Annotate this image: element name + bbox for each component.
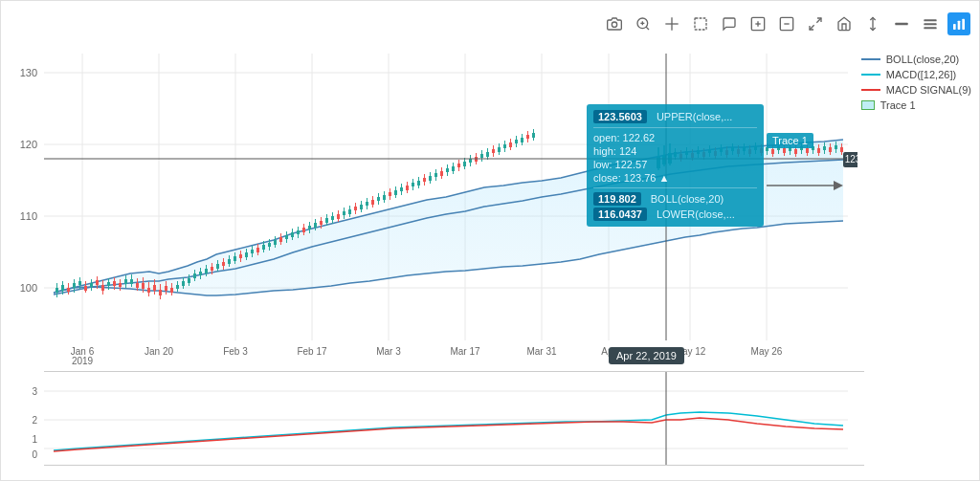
svg-text:123.76: 123.76: [845, 154, 858, 164]
tooltip-lower-row: 116.0437 LOWER(close,...: [593, 207, 757, 222]
tooltip-upper-row: 123.5603 UPPER(close,...: [593, 109, 757, 124]
tooltip-low: low: 122.57: [593, 158, 757, 171]
select-button[interactable]: [689, 12, 712, 35]
tooltip-panel: 123.5603 UPPER(close,... open: 122.62 hi…: [587, 104, 764, 227]
svg-rect-16: [895, 23, 907, 26]
zoom-button[interactable]: [632, 12, 655, 35]
svg-text:Mar 3: Mar 3: [376, 346, 401, 357]
svg-text:0: 0: [32, 449, 37, 460]
legend-line-signal: [861, 89, 880, 91]
zoom-out-button[interactable]: [775, 12, 798, 35]
hover-closest-button[interactable]: [890, 12, 913, 35]
tooltip-close: close: 123.76 ▲: [593, 171, 757, 185]
tooltip-divider: [593, 127, 757, 128]
zoom-in-button[interactable]: [746, 12, 769, 35]
home-button[interactable]: [833, 12, 856, 35]
crosshair-button[interactable]: [660, 12, 683, 35]
svg-rect-17: [924, 19, 936, 21]
tooltip-lower-label: LOWER(close,...: [657, 208, 735, 220]
svg-text:Feb 17: Feb 17: [297, 346, 327, 357]
legend-item-macd[interactable]: MACD([12,26]): [861, 69, 971, 80]
bottom-border: [44, 465, 864, 466]
svg-line-2: [646, 27, 649, 30]
svg-text:3: 3: [32, 386, 37, 397]
svg-rect-22: [962, 19, 965, 30]
legend-box-trace1: [861, 100, 875, 110]
tooltip-boll-badge: 119.802: [593, 192, 641, 206]
svg-text:110: 110: [20, 210, 37, 222]
legend-label-signal: MACD SIGNAL(9): [886, 84, 971, 96]
legend-label-boll: BOLL(close,20): [886, 54, 959, 65]
svg-text:May 26: May 26: [751, 346, 783, 357]
svg-text:1: 1: [32, 434, 37, 445]
tooltip-high: high: 124: [593, 144, 757, 158]
legend-item-trace1[interactable]: Trace 1: [861, 99, 971, 111]
toolbar: [594, 9, 979, 39]
tooltip-boll-row: 119.802 BOLL(close,20): [593, 191, 757, 207]
tooltip-upper-badge: 123.5603: [593, 110, 647, 123]
tooltip-upper-label: UPPER(close,...: [657, 111, 732, 122]
legend-line-boll: [861, 58, 880, 60]
legend: BOLL(close,20) MACD([12,26]) MACD SIGNAL…: [861, 54, 971, 111]
legend-label-macd: MACD([12,26]): [886, 69, 956, 80]
camera-button[interactable]: [603, 12, 626, 35]
svg-rect-19: [924, 27, 936, 29]
svg-text:Jan 20: Jan 20: [145, 346, 173, 357]
legend-item-boll[interactable]: BOLL(close,20): [861, 54, 971, 65]
legend-line-macd: [861, 74, 880, 76]
spike-button[interactable]: [861, 12, 884, 35]
svg-text:120: 120: [20, 139, 37, 150]
chart-container: BOLL(close,20) MACD([12,26]) MACD SIGNAL…: [0, 0, 980, 481]
svg-text:130: 130: [20, 67, 37, 78]
trace-badge: Trace 1: [767, 133, 813, 148]
tooltip-lower-badge: 116.0437: [593, 208, 647, 221]
svg-text:2019: 2019: [72, 356, 94, 366]
svg-rect-20: [953, 24, 956, 30]
tooltip-open: open: 122.62: [593, 131, 757, 144]
svg-rect-21: [958, 21, 961, 30]
lasso-button[interactable]: [718, 12, 741, 35]
svg-text:Mar 17: Mar 17: [450, 346, 480, 357]
hover-compare-button[interactable]: [919, 12, 942, 35]
legend-item-signal[interactable]: MACD SIGNAL(9): [861, 84, 971, 96]
date-tooltip: Apr 22, 2019: [609, 347, 684, 364]
svg-rect-7: [695, 18, 706, 30]
macd-chart-svg: 3 2 1 0: [1, 372, 858, 465]
svg-line-14: [810, 25, 814, 30]
svg-text:Mar 31: Mar 31: [526, 346, 557, 357]
svg-point-0: [612, 22, 616, 27]
svg-rect-18: [924, 23, 936, 25]
tooltip-boll-label: BOLL(close,20): [651, 193, 724, 205]
autoscale-button[interactable]: [804, 12, 827, 35]
legend-label-trace1: Trace 1: [880, 99, 916, 111]
svg-line-13: [816, 18, 821, 23]
svg-text:100: 100: [20, 282, 37, 294]
svg-text:Feb 3: Feb 3: [223, 346, 248, 357]
bar-chart-button[interactable]: [947, 12, 970, 35]
svg-text:2: 2: [32, 415, 37, 426]
tooltip-divider2: [593, 187, 757, 188]
